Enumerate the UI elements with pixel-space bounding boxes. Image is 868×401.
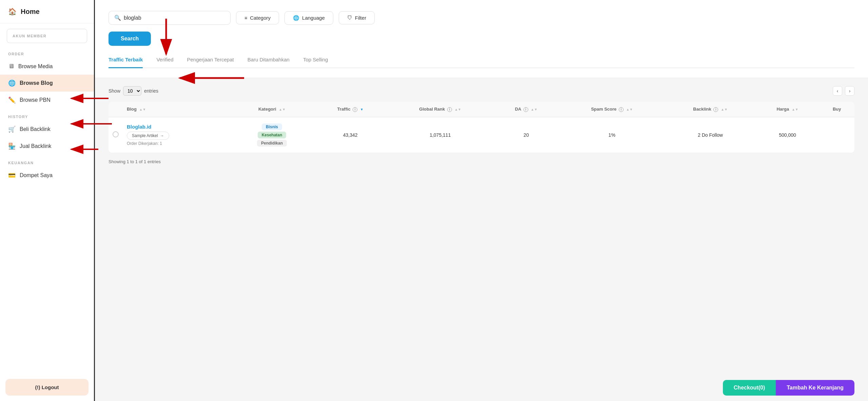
sample-artikel-button[interactable]: Sample Artikel → — [127, 132, 169, 140]
traffic-cell: 43,342 — [314, 117, 387, 153]
language-label: Language — [302, 15, 325, 21]
search-row: 🔍 ≡ Category 🌐 Language ⛉ Filter — [108, 11, 854, 25]
search-input-wrap: 🔍 — [108, 11, 231, 25]
col-spam-score: Spam Score i ▲▼ — [559, 102, 665, 117]
category-label: Category — [250, 15, 271, 21]
tag-bisnis: Bisnis — [262, 123, 282, 130]
col-blog: Blog ▲▼ — [123, 102, 230, 117]
history-section-label: HISTORY — [0, 109, 94, 121]
blog-table: Blog ▲▼ Kategori ▲▼ Traffic i ▼ Global R… — [108, 102, 854, 153]
entries-label: entries — [144, 88, 158, 94]
prev-page-button[interactable]: ‹ — [833, 86, 842, 96]
sidebar-item-beli-backlink[interactable]: 🛒 Beli Backlink — [0, 121, 94, 138]
col-kategori: Kategori ▲▼ — [230, 102, 314, 117]
tambah-keranjang-button[interactable]: Tambah Ke Keranjang — [776, 380, 854, 396]
language-icon: 🌐 — [293, 15, 299, 21]
row-radio[interactable] — [113, 131, 119, 137]
tab-baru-ditambahkan[interactable]: Baru Ditambahkan — [248, 57, 290, 68]
col-traffic: Traffic i ▼ — [314, 102, 387, 117]
arrow-right-icon: → — [160, 133, 164, 138]
search-section: 🔍 ≡ Category 🌐 Language ⛉ Filter Search — [95, 0, 868, 78]
traffic-sort-icon[interactable]: ▼ — [360, 108, 363, 111]
keuangan-section-label: KEUANGAN — [0, 155, 94, 167]
kategori-sort-icon[interactable]: ▲▼ — [279, 108, 285, 111]
tag-kesehatan: Kesehatan — [258, 132, 287, 138]
funnel-icon: ⛉ — [347, 15, 352, 21]
tag-pendidikan: Pendidikan — [257, 140, 287, 147]
sidebar-item-browse-pbn[interactable]: ✏️ Browse PBN — [0, 92, 94, 109]
tab-top-selling[interactable]: Top Selling — [303, 57, 328, 68]
col-buy: Buy — [820, 102, 854, 117]
sidebar-item-browse-blog[interactable]: 🌐 Browse Blog — [0, 75, 94, 92]
show-entries-row: Show 10 25 50 entries ‹ › — [108, 86, 854, 96]
col-da: DA i ▲▼ — [494, 102, 559, 117]
harga-cell: 500,000 — [756, 117, 820, 153]
traffic-info-icon: i — [353, 107, 357, 112]
tab-traffic-terbaik[interactable]: Traffic Terbaik — [108, 57, 143, 68]
jual-backlink-label: Jual Backlink — [20, 143, 51, 149]
browse-media-label: Browse Media — [18, 63, 53, 70]
tab-verified[interactable]: Verified — [156, 57, 173, 68]
category-filter[interactable]: ≡ Category — [236, 11, 279, 24]
pagination-label: Showing 1 to 1 of 1 entries — [108, 159, 161, 164]
search-button[interactable]: Search — [108, 32, 151, 46]
browse-pbn-label: Browse PBN — [20, 97, 51, 103]
home-icon: 🏠 — [8, 7, 17, 16]
account-label: AKUN MEMBER — [13, 34, 81, 38]
beli-backlink-label: Beli Backlink — [20, 126, 51, 132]
logout-label: (!) Logout — [35, 384, 59, 390]
logout-button[interactable]: (!) Logout — [5, 379, 88, 396]
main-content: 🔍 ≡ Category 🌐 Language ⛉ Filter Search — [95, 0, 868, 401]
wallet-icon: 💳 — [8, 172, 16, 179]
backlink-cell: 2 Do Follow — [665, 117, 755, 153]
sidebar-item-browse-media[interactable]: 🖥 Browse Media — [0, 58, 94, 75]
col-harga: Harga ▲▼ — [756, 102, 820, 117]
global-rank-sort-icon[interactable]: ▲▼ — [454, 108, 461, 111]
next-page-button[interactable]: › — [845, 86, 854, 96]
blog-cell: Bloglab.id Sample Artikel → Order Dikerj… — [123, 117, 230, 153]
pagination-row: Showing 1 to 1 of 1 entries — [108, 153, 854, 164]
harga-sort-icon[interactable]: ▲▼ — [792, 108, 798, 111]
spam-score-sort-icon[interactable]: ▲▼ — [626, 108, 633, 111]
pbn-icon: ✏️ — [8, 96, 16, 104]
blog-sort-icon[interactable]: ▲▼ — [139, 108, 146, 111]
table-section: Show 10 25 50 entries ‹ › Blog ▲▼ — [95, 78, 868, 172]
col-global-rank: Global Rank i ▲▼ — [387, 102, 494, 117]
filter-lines-icon: ≡ — [244, 15, 247, 21]
filter-label: Filter — [355, 15, 366, 21]
tabs-row: Traffic Terbaik Verified Pengerjaan Terc… — [108, 57, 854, 68]
col-backlink: Backlink i ▲▼ — [665, 102, 755, 117]
spam-score-cell: 1% — [559, 117, 665, 153]
backlink-info-icon: i — [713, 107, 718, 112]
order-section-label: ORDER — [0, 46, 94, 58]
search-icon: 🔍 — [114, 15, 121, 21]
search-input[interactable] — [124, 15, 225, 21]
sidebar-home[interactable]: 🏠 Home — [0, 0, 94, 23]
jual-icon: 🏪 — [8, 142, 16, 150]
language-filter[interactable]: 🌐 Language — [284, 11, 333, 25]
blog-link[interactable]: Bloglab.id — [127, 124, 152, 130]
da-cell: 20 — [494, 117, 559, 153]
backlink-sort-icon[interactable]: ▲▼ — [721, 108, 728, 111]
kategori-cell: Bisnis Kesehatan Pendidikan — [230, 117, 314, 153]
da-sort-icon[interactable]: ▲▼ — [531, 108, 537, 111]
tab-pengerjaan-tercepat[interactable]: Pengerjaan Tercepat — [187, 57, 234, 68]
globe-icon: 🌐 — [8, 79, 16, 87]
home-label: Home — [21, 8, 40, 16]
account-member-box: AKUN MEMBER — [7, 29, 87, 43]
table-row: Bloglab.id Sample Artikel → Order Dikerj… — [108, 117, 854, 153]
da-info-icon: i — [524, 107, 528, 112]
global-rank-cell: 1,075,111 — [387, 117, 494, 153]
checkout-button[interactable]: Checkout(0) — [723, 380, 776, 396]
filter-button[interactable]: ⛉ Filter — [339, 11, 375, 24]
global-rank-info-icon: i — [447, 107, 452, 112]
entries-select[interactable]: 10 25 50 — [123, 86, 141, 96]
browse-blog-label: Browse Blog — [20, 80, 53, 86]
order-count: Order Dikerjakan: 1 — [127, 141, 162, 146]
show-label: Show — [108, 88, 120, 94]
sidebar-item-jual-backlink[interactable]: 🏪 Jual Backlink — [0, 138, 94, 155]
sidebar: 🏠 Home AKUN MEMBER ORDER 🖥 Browse Media … — [0, 0, 95, 401]
monitor-icon: 🖥 — [8, 63, 14, 70]
beli-icon: 🛒 — [8, 126, 16, 133]
sidebar-item-dompet[interactable]: 💳 Dompet Saya — [0, 167, 94, 184]
